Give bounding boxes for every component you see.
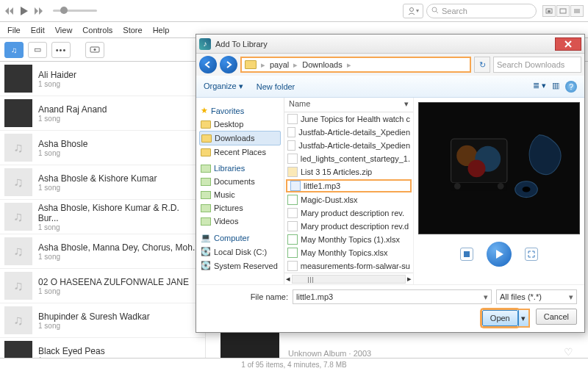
- svg-point-19: [498, 183, 504, 190]
- file-row[interactable]: Mary product description rev.: [284, 206, 413, 220]
- file-list: Name▾ June Topics for Health watch cJust…: [284, 98, 413, 284]
- heart-icon[interactable]: ♡: [564, 346, 573, 358]
- tree-favorites[interactable]: ★Favorites: [199, 104, 281, 118]
- tree-downloads[interactable]: Downloads: [199, 131, 281, 145]
- file-label: Mary product description rev.: [301, 209, 404, 217]
- organize-button[interactable]: Organize ▾: [204, 82, 243, 91]
- file-row[interactable]: Mary product description rev.d: [284, 220, 413, 233]
- menu-help[interactable]: Help: [148, 24, 174, 37]
- music-view-icon[interactable]: ♫: [4, 42, 24, 58]
- close-button[interactable]: [555, 37, 581, 51]
- file-icon: [287, 248, 298, 258]
- folder-icon: [245, 60, 257, 69]
- tree-libraries[interactable]: Libraries: [199, 162, 281, 175]
- album-art: [220, 328, 279, 358]
- file-row[interactable]: led_lights_content_startegy_1.: [284, 152, 413, 165]
- tree-pictures[interactable]: Pictures: [199, 201, 281, 215]
- file-row[interactable]: Magic-Dust.xlsx: [284, 193, 413, 206]
- artist-row[interactable]: Black Eyed Peas1 song: [0, 338, 205, 358]
- new-folder-button[interactable]: New folder: [257, 82, 295, 91]
- tree-recent[interactable]: Recent Places: [199, 145, 281, 159]
- filename-label: File name:: [204, 292, 288, 301]
- file-icon: [287, 154, 298, 164]
- file-row[interactable]: May Monthly Topics (1).xlsx: [284, 233, 413, 246]
- tree-videos[interactable]: Videos: [199, 215, 281, 228]
- file-label: measurements-form-salwar-su: [301, 262, 410, 270]
- artist-row[interactable]: Anand Raj Anand1 song: [0, 96, 205, 131]
- menu-controls[interactable]: Controls: [78, 24, 117, 37]
- file-row[interactable]: measurements-form-salwar-su: [284, 259, 413, 273]
- file-label: List 3 15 Articles.zip: [301, 168, 372, 176]
- search-icon: [431, 7, 439, 15]
- column-name[interactable]: Name: [289, 99, 310, 110]
- tree-documents[interactable]: Documents: [199, 175, 281, 188]
- add-to-library-dialog: ♪ Add To Library ▸ payal ▸ Downloads ▸ ↻…: [196, 34, 585, 333]
- open-button[interactable]: Open: [482, 310, 518, 326]
- tree-music[interactable]: Music: [199, 188, 281, 201]
- prev-icon[interactable]: [4, 7, 15, 15]
- artist-name: Black Eyed Peas: [38, 346, 105, 356]
- back-button[interactable]: [199, 56, 217, 73]
- file-row[interactable]: little1.mp3: [286, 179, 412, 192]
- file-row[interactable]: Justfab-Article-details_Xpedien: [284, 126, 413, 139]
- preview-pane-button[interactable]: ▥: [552, 81, 559, 93]
- artist-sub: 1 song: [38, 223, 201, 231]
- tree-desktop[interactable]: Desktop: [199, 118, 281, 131]
- breadcrumb[interactable]: ▸ payal ▸ Downloads ▸: [240, 57, 471, 73]
- open-dropdown-icon[interactable]: ▾: [518, 310, 528, 326]
- tree-localdisk[interactable]: 💽Local Disk (C:): [199, 245, 281, 259]
- column-chevron-icon: ▾: [404, 99, 409, 110]
- file-label: June Topics for Health watch c: [301, 115, 410, 123]
- file-row[interactable]: Justfab-Article-details_Xpedien: [284, 139, 413, 152]
- breadcrumb-seg1[interactable]: payal: [270, 60, 289, 69]
- dialog-search-input[interactable]: Search Downloads: [493, 57, 581, 73]
- volume-slider[interactable]: [53, 10, 97, 12]
- play-icon[interactable]: [19, 6, 29, 16]
- artist-row[interactable]: ♫Bhupinder & Suresh Wadkar1 song: [0, 303, 205, 338]
- movies-view-icon[interactable]: ▭: [28, 42, 47, 58]
- artist-sub: 1 song: [38, 115, 107, 123]
- cancel-button[interactable]: Cancel: [536, 309, 577, 325]
- device-icon[interactable]: [85, 42, 104, 58]
- artist-thumb: ♫: [4, 134, 32, 162]
- file-row[interactable]: List 3 15 Articles.zip: [284, 165, 413, 179]
- menu-edit[interactable]: Edit: [26, 24, 49, 37]
- filename-input[interactable]: little1.mp3▾: [293, 289, 492, 304]
- file-label: little1.mp3: [304, 181, 340, 190]
- artist-row[interactable]: ♫Asha Bhosle1 song: [0, 131, 205, 165]
- forward-button[interactable]: [220, 56, 237, 73]
- tree-computer[interactable]: 💻Computer: [199, 231, 281, 245]
- file-row[interactable]: May Monthly Topics.xlsx: [284, 246, 413, 259]
- menu-view[interactable]: View: [51, 24, 77, 37]
- artist-row[interactable]: ♫Asha Bhosle, Manna Dey, Chorus, Moh...1…: [0, 234, 205, 269]
- miniplayer-icon[interactable]: [542, 5, 556, 17]
- breadcrumb-seg2[interactable]: Downloads: [302, 60, 342, 69]
- fullscreen-icon[interactable]: [556, 5, 570, 17]
- artist-name: 02 O HASEENA ZULFONWALE JANE: [38, 277, 189, 287]
- refresh-button[interactable]: ↻: [474, 57, 490, 73]
- menu-store[interactable]: Store: [118, 24, 146, 37]
- stop-button[interactable]: [460, 248, 473, 261]
- artist-row[interactable]: ♫Asha Bhosle & Kishore Kumar1 song: [0, 165, 205, 200]
- artist-row[interactable]: ♫02 O HASEENA ZULFONWALE JANE1 song: [0, 269, 205, 303]
- artist-list: Ali Haider1 songAnand Raj Anand1 song♫As…: [0, 62, 206, 358]
- more-views-icon[interactable]: •••: [51, 42, 71, 58]
- artist-row[interactable]: ♫Asha Bhosle, Kishore Kumar & R.D. Bur..…: [0, 200, 205, 234]
- file-row[interactable]: June Topics for Health watch c: [284, 112, 413, 126]
- list-icon[interactable]: [570, 5, 584, 17]
- horizontal-scrollbar[interactable]: ◂III▸: [284, 273, 413, 284]
- view-mode-button[interactable]: ≣ ▾: [533, 81, 546, 93]
- search-input[interactable]: Search: [426, 4, 537, 18]
- file-filter-select[interactable]: All files (*.*)▾: [496, 289, 577, 304]
- menu-file[interactable]: File: [3, 24, 25, 37]
- play-button[interactable]: [487, 242, 512, 267]
- artist-row[interactable]: Ali Haider1 song: [0, 62, 205, 96]
- next-icon[interactable]: [34, 7, 44, 15]
- tree-sysres[interactable]: 💽System Reserved: [199, 259, 281, 273]
- svg-rect-5: [560, 9, 566, 13]
- user-button[interactable]: ▾: [403, 4, 423, 18]
- help-icon[interactable]: ?: [565, 81, 577, 93]
- artist-name: Asha Bhosle & Kishore Kumar: [38, 173, 157, 184]
- artist-thumb: ♫: [4, 237, 32, 265]
- expand-button[interactable]: [525, 248, 538, 261]
